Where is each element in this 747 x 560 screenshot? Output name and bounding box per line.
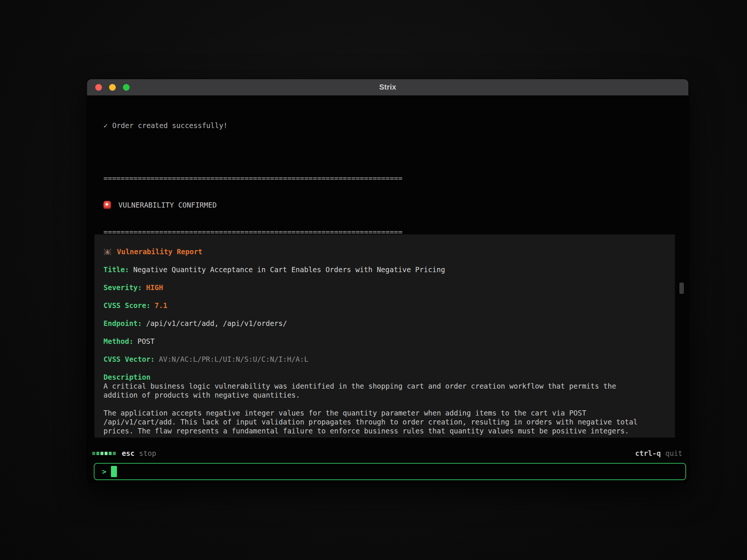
scrollbar-thumb[interactable]: [679, 283, 684, 294]
traffic-lights: [95, 79, 130, 95]
text-cursor: [111, 466, 117, 477]
vulnerability-confirmed-line: VULNERABILITY CONFIRMED: [103, 200, 673, 209]
spinner-blocks: [92, 452, 116, 455]
esc-action-label: stop: [139, 449, 156, 457]
report-field-severity: Severity:HIGH: [103, 283, 666, 292]
window-title: Strix: [379, 83, 396, 91]
esc-key-hint: esc: [122, 449, 134, 457]
report-heading: Vulnerability Report: [103, 247, 666, 256]
description-heading: Description: [103, 373, 666, 382]
report-field-endpoint: Endpoint:/api/v1/cart/add, /api/v1/order…: [103, 319, 666, 328]
check-icon: ✓: [103, 121, 108, 130]
siren-icon: [103, 201, 111, 209]
report-field-cvss-vector: CVSS Vector:AV:N/AC:L/PR:L/UI:N/S:U/C:N/…: [103, 355, 666, 364]
vulnerability-confirmed-text: VULNERABILITY CONFIRMED: [118, 200, 217, 209]
report-field-method: Method:POST: [103, 337, 666, 346]
report-heading-text: Vulnerability Report: [117, 247, 202, 256]
ctrl-q-key-hint: ctrl-q: [635, 449, 661, 457]
quit-hint-group: ctrl-q quit: [635, 449, 682, 457]
title-bar: Strix: [87, 79, 688, 96]
prompt-icon: >: [102, 467, 106, 476]
quit-action-label: quit: [665, 449, 682, 457]
close-button[interactable]: [95, 84, 102, 91]
vulnerability-report-panel: Vulnerability Report Title:Negative Quan…: [94, 234, 675, 438]
spider-icon: [103, 248, 112, 255]
spinner-block: [109, 452, 112, 455]
separator-line: ========================================…: [103, 174, 673, 183]
spinner-block: [92, 452, 95, 455]
report-field-cvss-score: CVSS Score:7.1: [103, 301, 666, 310]
order-success-text: Order created successfully!: [112, 121, 227, 130]
spinner-block: [100, 452, 103, 455]
status-bar: esc stop ctrl-q quit: [92, 448, 682, 458]
spinner-block: [105, 452, 108, 455]
order-success-line: ✓Order created successfully!: [103, 121, 673, 130]
zoom-button[interactable]: [123, 84, 130, 91]
command-input[interactable]: >: [94, 463, 686, 480]
minimize-button[interactable]: [109, 84, 116, 91]
description-paragraph: The application accepts negative integer…: [103, 408, 649, 435]
spinner-block: [96, 452, 99, 455]
terminal-content: ✓Order created successfully! ===========…: [87, 96, 688, 482]
description-paragraph: A critical business logic vulnerability …: [103, 382, 649, 399]
app-window: Strix ✓Order created successfully! =====…: [87, 79, 688, 482]
report-field-title: Title:Negative Quantity Acceptance in Ca…: [103, 265, 666, 274]
spinner-block: [113, 452, 116, 455]
